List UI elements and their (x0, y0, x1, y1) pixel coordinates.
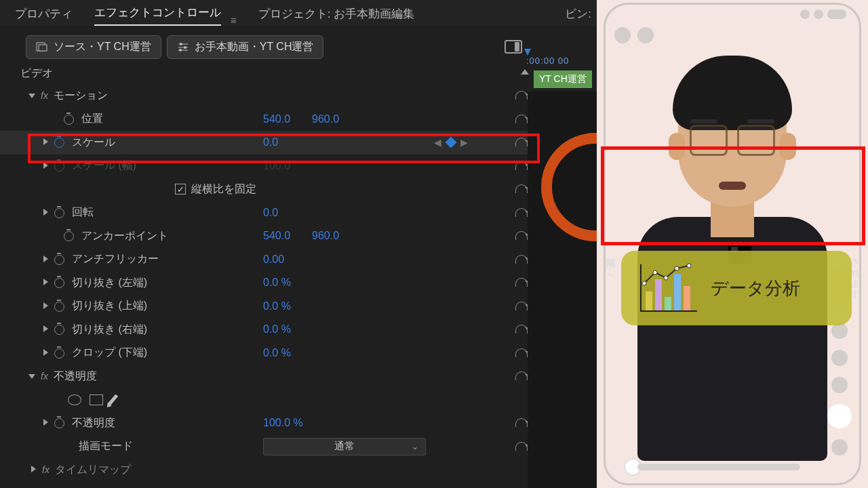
reset-icon[interactable] (515, 371, 529, 381)
scale-width-row: スケール (幅) 100.0 (0, 155, 597, 178)
crop-left-value[interactable]: 0.0 % (263, 277, 291, 289)
crop-bottom-value[interactable]: 0.0 % (263, 347, 291, 359)
fx-badge-icon: fx (41, 371, 48, 382)
opacity-label: 不透明度 (72, 416, 115, 430)
blend-mode-dropdown[interactable]: 通常 ⌄ (263, 438, 426, 455)
toggle-timeline-view-icon[interactable] (505, 40, 522, 54)
position-y-value[interactable]: 960.0 (312, 113, 339, 125)
scale-row[interactable]: スケール 0.0 ◀ ▶ (0, 131, 597, 155)
opacity-value[interactable]: 100.0 % (263, 417, 303, 429)
reset-icon[interactable] (515, 255, 529, 264)
reset-icon[interactable] (515, 278, 529, 287)
caret-right-icon[interactable] (41, 255, 50, 264)
reset-icon[interactable] (515, 442, 529, 451)
crop-right-value[interactable]: 0.0 % (263, 323, 291, 336)
stopwatch-icon[interactable] (64, 114, 75, 125)
stopwatch-icon[interactable] (54, 207, 65, 218)
caret-right-icon[interactable] (41, 208, 50, 218)
uniform-scale-checkbox[interactable] (175, 184, 186, 195)
motion-group-row[interactable]: fx モーション (0, 84, 597, 108)
antiflicker-row[interactable]: アンチフリッカー 0.00 (0, 248, 597, 272)
stopwatch-icon[interactable] (64, 230, 75, 241)
crop-left-row[interactable]: 切り抜き (左端) 0.0 % (0, 271, 597, 295)
scale-value[interactable]: 0.0 (263, 136, 278, 148)
reset-icon[interactable] (515, 302, 529, 311)
crop-right-label: 切り抜き (右端) (72, 323, 147, 337)
stopwatch-icon[interactable] (54, 254, 65, 265)
stopwatch-icon[interactable] (54, 277, 65, 288)
source-chip[interactable]: ソース・YT CH運営 (26, 35, 161, 59)
opacity-group-row[interactable]: fx 不透明度 (0, 365, 597, 388)
clip-icon (36, 42, 48, 52)
reset-icon (515, 161, 529, 171)
panel-tabs: プロパティ エフェクトコントロール ≡ プロジェクト: お手本動画編集 ビン: (0, 0, 597, 26)
svg-point-6 (184, 46, 186, 49)
antiflicker-value[interactable]: 0.00 (263, 253, 284, 266)
reset-icon[interactable] (515, 184, 529, 194)
crop-bottom-row[interactable]: クロップ (下端) 0.0 % (0, 342, 597, 365)
next-keyframe-icon[interactable]: ▶ (460, 137, 468, 148)
opacity-row[interactable]: 不透明度 100.0 % (0, 411, 597, 435)
position-row[interactable]: 位置 540.0960.0 (0, 108, 597, 131)
phone-side-dots (827, 323, 852, 455)
caret-right-icon[interactable] (41, 278, 50, 287)
caret-down-icon[interactable] (27, 371, 37, 381)
timeremap-row[interactable]: fx タイムリマップ (0, 458, 597, 482)
timeremap-label: タイムリマップ (55, 463, 131, 477)
add-keyframe-icon[interactable] (446, 137, 457, 148)
stopwatch-icon[interactable] (54, 348, 65, 359)
reset-icon[interactable] (515, 231, 529, 241)
reset-icon[interactable] (515, 115, 529, 124)
svg-point-8 (642, 281, 646, 285)
chart-illustration-icon (635, 262, 697, 314)
crop-top-row[interactable]: 切り抜き (上端) 0.0 % (0, 295, 597, 319)
caret-right-icon[interactable] (28, 465, 38, 474)
uniform-scale-row[interactable]: 縦横比を固定 (0, 178, 597, 201)
caret-right-icon[interactable] (41, 302, 50, 311)
rotation-value[interactable]: 0.0 (263, 207, 278, 219)
prev-keyframe-icon[interactable]: ◀ (434, 137, 441, 148)
panel-menu-icon[interactable]: ≡ (231, 14, 237, 26)
ellipse-mask-icon[interactable] (68, 394, 81, 405)
tab-project[interactable]: プロジェクト: お手本動画編集 (258, 6, 414, 26)
pen-mask-icon[interactable] (108, 394, 118, 405)
crop-left-label: 切り抜き (左端) (72, 276, 147, 290)
blend-row[interactable]: 描画モード 通常 ⌄ (0, 435, 597, 459)
caret-right-icon[interactable] (41, 138, 50, 147)
blend-label: 描画モード (79, 439, 133, 453)
stopwatch-icon[interactable] (54, 418, 65, 428)
caret-right-icon[interactable] (41, 418, 50, 428)
collapse-up-icon[interactable] (521, 69, 529, 75)
reset-icon[interactable] (515, 138, 529, 147)
reset-icon[interactable] (515, 325, 529, 334)
caret-right-icon[interactable] (41, 348, 50, 358)
stopwatch-active-icon[interactable] (54, 137, 65, 148)
crop-top-value[interactable]: 0.0 % (263, 300, 291, 312)
stopwatch-icon[interactable] (54, 301, 65, 312)
caret-down-icon[interactable] (27, 91, 37, 100)
rotation-row[interactable]: 回転 0.0 (0, 201, 597, 225)
video-section-header[interactable]: ビデオ (0, 62, 597, 84)
anchor-x-value[interactable]: 540.0 (263, 230, 290, 241)
tab-properties[interactable]: プロパティ (15, 6, 73, 26)
reset-icon[interactable] (515, 418, 529, 428)
tab-effect-controls[interactable]: エフェクトコントロール (94, 5, 221, 26)
crop-right-row[interactable]: 切り抜き (右端) 0.0 % (0, 318, 597, 342)
program-monitor: データ分析 削除はこ されます (597, 0, 868, 488)
rect-mask-icon[interactable] (90, 394, 103, 405)
reset-icon[interactable] (515, 208, 529, 218)
video-section-label: ビデオ (20, 66, 53, 81)
caret-right-icon[interactable] (41, 325, 50, 334)
clip-chip[interactable]: お手本動画・YT CH運営 (167, 35, 324, 59)
opacity-group-label: 不透明度 (54, 369, 97, 384)
anchor-y-value[interactable]: 960.0 (312, 230, 339, 241)
stopwatch-icon[interactable] (54, 324, 65, 335)
reset-icon[interactable] (515, 91, 529, 100)
scale-label: スケール (72, 136, 115, 150)
anchor-row[interactable]: アンカーポイント 540.0960.0 (0, 224, 597, 248)
svg-point-7 (179, 49, 182, 52)
reset-icon[interactable] (515, 348, 529, 358)
source-bar: ソース・YT CH運営 お手本動画・YT CH運営 (14, 31, 597, 62)
caret-right-icon (41, 161, 50, 171)
position-x-value[interactable]: 540.0 (263, 113, 290, 125)
